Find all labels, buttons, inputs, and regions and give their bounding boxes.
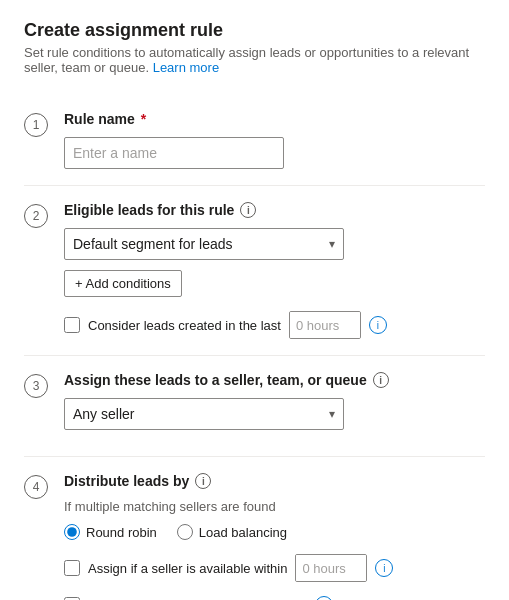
- round-robin-option[interactable]: Round robin: [64, 524, 157, 540]
- assign-leads-info-icon[interactable]: i: [373, 372, 389, 388]
- distribute-leads-info-icon[interactable]: i: [195, 473, 211, 489]
- assign-within-checkbox[interactable]: [64, 560, 80, 576]
- eligible-leads-info-icon[interactable]: i: [240, 202, 256, 218]
- consider-leads-checkbox[interactable]: [64, 317, 80, 333]
- section-2-label: Eligible leads for this rule i: [64, 202, 485, 218]
- section-4-content: Distribute leads by i If multiple matchi…: [64, 473, 485, 600]
- consider-hours-info-icon[interactable]: i: [369, 316, 387, 334]
- assign-within-row: Assign if a seller is available within ▴…: [64, 554, 485, 582]
- add-conditions-button[interactable]: + Add conditions: [64, 270, 182, 297]
- section-1-label: Rule name *: [64, 111, 485, 127]
- assign-hours-input[interactable]: [296, 555, 367, 581]
- section-3-label: Assign these leads to a seller, team, or…: [64, 372, 485, 388]
- section-number-2: 2: [24, 204, 48, 228]
- assign-to-chevron-icon: ▾: [329, 407, 335, 421]
- section-assign-leads: 3 Assign these leads to a seller, team, …: [24, 356, 485, 457]
- section-2-content: Eligible leads for this rule i Default s…: [64, 202, 485, 339]
- assign-hours-info-icon[interactable]: i: [375, 559, 393, 577]
- distribute-radio-group: Round robin Load balancing: [64, 524, 485, 540]
- section-number-3: 3: [24, 374, 48, 398]
- capacity-info-icon[interactable]: i: [315, 596, 333, 600]
- consider-hours-spinner[interactable]: ▴ ▾: [289, 311, 361, 339]
- assign-to-dropdown-value: Any seller: [73, 406, 134, 422]
- section-1-content: Rule name *: [64, 111, 485, 169]
- capacity-row: Assign leads based on seller capacity. i: [64, 596, 485, 600]
- round-robin-label: Round robin: [86, 525, 157, 540]
- learn-more-link[interactable]: Learn more: [153, 60, 219, 75]
- eligible-leads-dropdown-value: Default segment for leads: [73, 236, 233, 252]
- round-robin-radio[interactable]: [64, 524, 80, 540]
- consider-leads-checkbox-wrapper: [64, 317, 80, 333]
- section-distribute-leads: 4 Distribute leads by i If multiple matc…: [24, 457, 485, 600]
- consider-leads-row: Consider leads created in the last ▴ ▾ i: [64, 311, 485, 339]
- load-balancing-label: Load balancing: [199, 525, 287, 540]
- section-4-label: Distribute leads by i: [64, 473, 485, 489]
- rule-name-input[interactable]: [64, 137, 284, 169]
- section-3-content: Assign these leads to a seller, team, or…: [64, 372, 485, 440]
- consider-leads-label: Consider leads created in the last: [88, 318, 281, 333]
- assign-to-dropdown[interactable]: Any seller ▾: [64, 398, 344, 430]
- page-subtitle: Set rule conditions to automatically ass…: [24, 45, 485, 75]
- assign-hours-spinner[interactable]: ▴ ▾: [295, 554, 367, 582]
- load-balancing-radio[interactable]: [177, 524, 193, 540]
- eligible-leads-dropdown[interactable]: Default segment for leads ▾: [64, 228, 344, 260]
- eligible-leads-chevron-icon: ▾: [329, 237, 335, 251]
- load-balancing-option[interactable]: Load balancing: [177, 524, 287, 540]
- section-eligible-leads: 2 Eligible leads for this rule i Default…: [24, 186, 485, 356]
- distribute-sub-label: If multiple matching sellers are found: [64, 499, 485, 514]
- consider-hours-input[interactable]: [290, 312, 361, 338]
- section-number-4: 4: [24, 475, 48, 499]
- assign-within-label: Assign if a seller is available within: [88, 561, 287, 576]
- section-rule-name: 1 Rule name *: [24, 95, 485, 186]
- page-title: Create assignment rule: [24, 20, 485, 41]
- section-number-1: 1: [24, 113, 48, 137]
